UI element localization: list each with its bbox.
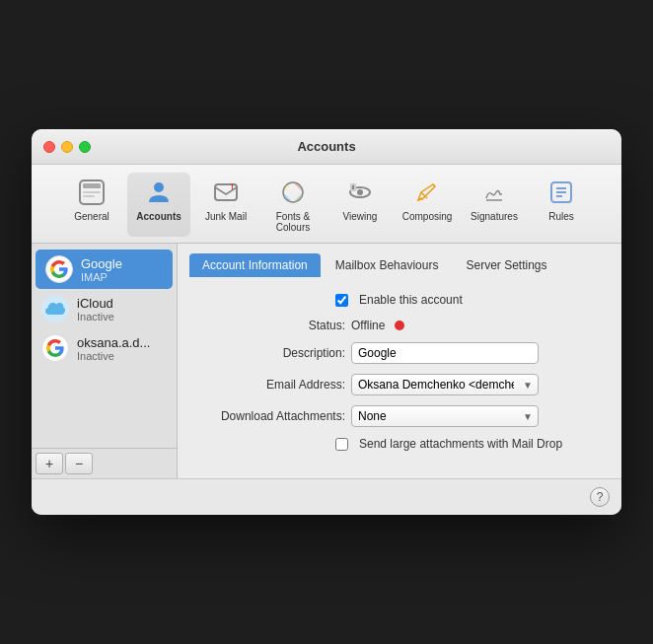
titlebar: Accounts xyxy=(32,129,621,165)
help-button[interactable]: ? xyxy=(590,487,610,507)
svg-rect-1 xyxy=(83,183,101,188)
email-address-wrapper: Oksana Demchenko <demchen... ▼ xyxy=(351,374,539,395)
viewing-label: Viewing xyxy=(343,211,378,222)
status-row: Status: Offline xyxy=(197,319,602,332)
icloud-sub: Inactive xyxy=(77,311,114,322)
status-value: Offline xyxy=(351,319,385,332)
enable-account-checkbox[interactable] xyxy=(335,294,348,307)
description-input[interactable] xyxy=(351,342,539,364)
traffic-lights xyxy=(43,141,91,153)
svg-point-10 xyxy=(357,189,363,195)
email-address-select[interactable]: Oksana Demchenko <demchen... xyxy=(351,374,539,395)
toolbar-item-viewing[interactable]: Viewing xyxy=(328,173,392,237)
mail-drop-checkbox[interactable] xyxy=(335,438,348,451)
accounts-label: Accounts xyxy=(136,211,181,222)
viewing-icon xyxy=(344,177,376,208)
icloud-account-text: iCloud Inactive xyxy=(77,296,114,322)
fonts-colours-icon xyxy=(277,177,309,208)
tabs-row: Account Information Mailbox Behaviours S… xyxy=(178,244,621,277)
google-account-text: Google IMAP xyxy=(81,256,122,283)
junk-mail-label: Junk Mail xyxy=(205,211,247,222)
download-attachments-wrapper: None All Recent ▼ xyxy=(351,405,539,427)
main-panel: Account Information Mailbox Behaviours S… xyxy=(178,244,621,478)
toolbar-item-accounts[interactable]: Accounts xyxy=(127,173,190,237)
enable-account-row: Enable this account xyxy=(197,293,602,307)
oksana-sub: Inactive xyxy=(77,350,150,362)
toolbar-item-rules[interactable]: Rules xyxy=(530,173,593,237)
mail-drop-row: Send large attachments with Mail Drop xyxy=(197,437,602,451)
oksana-name: oksana.a.d... xyxy=(77,335,150,350)
minimize-button[interactable] xyxy=(61,141,73,153)
close-button[interactable] xyxy=(43,141,55,153)
tab-account-information[interactable]: Account Information xyxy=(189,253,321,277)
maximize-button[interactable] xyxy=(79,141,91,153)
description-label: Description: xyxy=(197,346,345,360)
svg-point-8 xyxy=(283,182,303,202)
signatures-label: Signatures xyxy=(471,211,518,222)
tab-server-settings[interactable]: Server Settings xyxy=(453,253,559,277)
google-sub: IMAP xyxy=(81,271,122,283)
tab-content: Enable this account Status: Offline Desc… xyxy=(178,277,621,478)
window-title: Accounts xyxy=(297,139,355,154)
svg-rect-3 xyxy=(83,195,95,197)
avatar-icloud xyxy=(41,295,69,322)
fonts-colours-label: Fonts & Colours xyxy=(263,211,323,233)
svg-point-4 xyxy=(154,182,164,192)
sidebar-item-oksana[interactable]: oksana.a.d... Inactive xyxy=(32,328,177,368)
content-area: Google IMAP iCloud Inactive xyxy=(32,244,621,478)
svg-rect-12 xyxy=(352,185,354,189)
download-attachments-select[interactable]: None All Recent xyxy=(351,405,539,427)
signatures-icon xyxy=(478,177,510,208)
accounts-icon xyxy=(143,177,175,208)
toolbar-item-general[interactable]: General xyxy=(60,173,123,237)
sidebar-item-icloud[interactable]: iCloud Inactive xyxy=(32,289,177,328)
svg-text:!: ! xyxy=(231,181,234,191)
rules-label: Rules xyxy=(548,211,574,222)
status-indicator xyxy=(395,321,404,330)
add-account-button[interactable]: + xyxy=(36,453,63,474)
toolbar-item-composing[interactable]: Composing xyxy=(396,173,459,237)
mail-drop-label: Send large attachments with Mail Drop xyxy=(359,437,562,451)
icloud-name: iCloud xyxy=(77,296,114,311)
email-address-row: Email Address: Oksana Demchenko <demchen… xyxy=(197,374,602,395)
download-attachments-label: Download Attachments: xyxy=(197,409,345,423)
status-label: Status: xyxy=(197,319,345,332)
toolbar-item-junk-mail[interactable]: ! Junk Mail xyxy=(194,173,257,237)
remove-account-button[interactable]: − xyxy=(65,453,93,474)
composing-icon xyxy=(411,177,443,208)
svg-rect-2 xyxy=(83,191,101,193)
toolbar: General Accounts ! Junk Mail xyxy=(32,165,621,244)
avatar-google xyxy=(45,255,73,283)
enable-account-label: Enable this account xyxy=(359,293,463,307)
sidebar-item-google[interactable]: Google IMAP xyxy=(36,250,173,289)
general-label: General xyxy=(74,211,109,222)
rules-icon xyxy=(545,177,577,208)
description-row: Description: xyxy=(197,342,602,364)
avatar-oksana xyxy=(41,334,69,362)
sidebar: Google IMAP iCloud Inactive xyxy=(32,244,178,478)
composing-label: Composing xyxy=(402,211,453,222)
google-name: Google xyxy=(81,256,122,271)
junk-mail-icon: ! xyxy=(210,177,242,208)
bottom-bar: ? xyxy=(32,478,621,515)
toolbar-item-fonts-colours[interactable]: Fonts & Colours xyxy=(261,173,325,237)
main-window: Accounts General Accoun xyxy=(32,129,621,515)
email-address-label: Email Address: xyxy=(197,378,345,392)
sidebar-items: Google IMAP iCloud Inactive xyxy=(32,250,177,448)
oksana-account-text: oksana.a.d... Inactive xyxy=(77,335,150,362)
toolbar-item-signatures[interactable]: Signatures xyxy=(463,173,526,237)
download-attachments-row: Download Attachments: None All Recent ▼ xyxy=(197,405,602,427)
general-icon xyxy=(76,177,108,208)
tab-mailbox-behaviours[interactable]: Mailbox Behaviours xyxy=(323,253,452,277)
sidebar-footer: + − xyxy=(32,448,177,478)
